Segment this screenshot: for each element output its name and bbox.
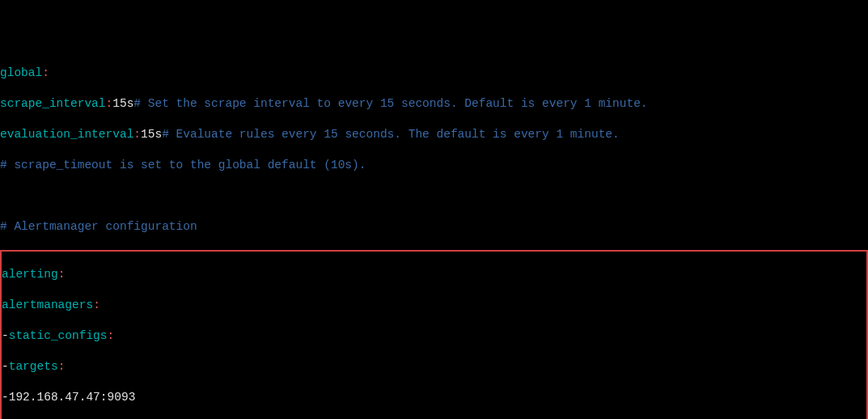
comment-eval-interval: # Evaluate rules every 15 seconds. The d…: [162, 127, 620, 142]
yaml-line-alertmanager-header[interactable]: # Alertmanager configuration: [0, 219, 868, 235]
key-global: global: [0, 66, 42, 81]
yaml-line-alertmanagers[interactable]: alertmanagers:: [2, 298, 866, 313]
key-targets: targets: [9, 359, 58, 375]
comment-scrape-interval: # Set the scrape interval to every 15 se…: [133, 96, 647, 112]
colon: :: [106, 96, 113, 112]
colon: :: [108, 328, 115, 344]
val-target-ip: 192.168.47.47:9093: [9, 390, 136, 405]
colon: :: [58, 267, 66, 282]
colon: :: [58, 359, 66, 375]
val-scrape-interval: 15s: [112, 96, 133, 112]
yaml-line-global[interactable]: global:: [0, 66, 868, 81]
yaml-blank-line[interactable]: [0, 188, 868, 204]
dash: -: [2, 328, 9, 344]
yaml-line-alerting[interactable]: alerting:: [2, 267, 866, 282]
yaml-line-static-configs[interactable]: - static_configs:: [2, 328, 866, 344]
key-alerting: alerting: [2, 267, 58, 282]
colon: :: [133, 127, 141, 142]
yaml-line-targets[interactable]: - targets:: [2, 359, 866, 375]
dash: -: [2, 390, 9, 405]
comment-timeout: # scrape_timeout is set to the global de…: [0, 158, 366, 173]
yaml-line-timeout-comment[interactable]: # scrape_timeout is set to the global de…: [0, 158, 868, 173]
val-eval-interval: 15s: [141, 127, 162, 142]
yaml-line-eval-interval[interactable]: evaluation_interval: 15s # Evaluate rule…: [0, 127, 868, 142]
comment-alertmanager-header: # Alertmanager configuration: [0, 219, 197, 235]
yaml-line-scrape-interval[interactable]: scrape_interval: 15s # Set the scrape in…: [0, 96, 868, 112]
dash: -: [2, 359, 9, 375]
colon: :: [42, 66, 49, 81]
key-static-configs: static_configs: [9, 328, 108, 344]
colon: :: [93, 298, 100, 313]
highlight-box-alerting: alerting: alertmanagers: - static_config…: [0, 250, 868, 419]
key-eval-interval: evaluation_interval: [0, 127, 133, 142]
yaml-line-target-ip[interactable]: - 192.168.47.47:9093: [2, 390, 866, 405]
key-scrape-interval: scrape_interval: [0, 96, 106, 112]
key-alertmanagers: alertmanagers: [2, 298, 93, 313]
